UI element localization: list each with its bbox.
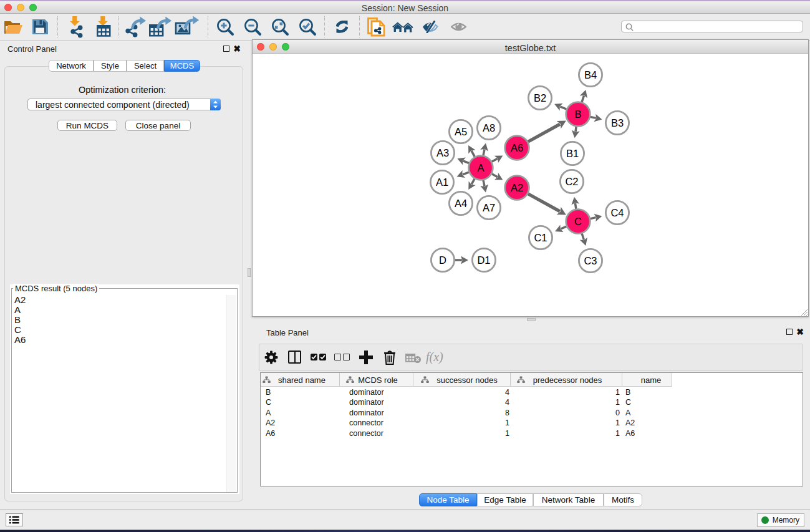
svg-text:B3: B3 [611,117,624,128]
svg-text:C: C [574,216,582,227]
svg-text:A1: A1 [436,177,448,188]
svg-text:D1: D1 [477,254,490,266]
svg-text:C2: C2 [565,176,578,187]
svg-text:B2: B2 [534,92,546,104]
svg-text:C1: C1 [534,232,547,243]
svg-text:B4: B4 [584,69,597,80]
svg-text:B: B [574,109,581,120]
svg-text:C4: C4 [610,207,624,218]
svg-text:A5: A5 [455,126,467,137]
svg-text:A4: A4 [455,198,467,209]
svg-text:A6: A6 [511,142,523,153]
svg-text:C3: C3 [584,255,597,266]
svg-text:A2: A2 [511,182,523,193]
svg-text:A7: A7 [483,202,495,213]
svg-text:B1: B1 [566,148,579,159]
svg-text:A3: A3 [436,147,449,158]
svg-text:A: A [477,162,484,173]
svg-text:A8: A8 [483,122,495,133]
svg-text:D: D [439,254,446,266]
